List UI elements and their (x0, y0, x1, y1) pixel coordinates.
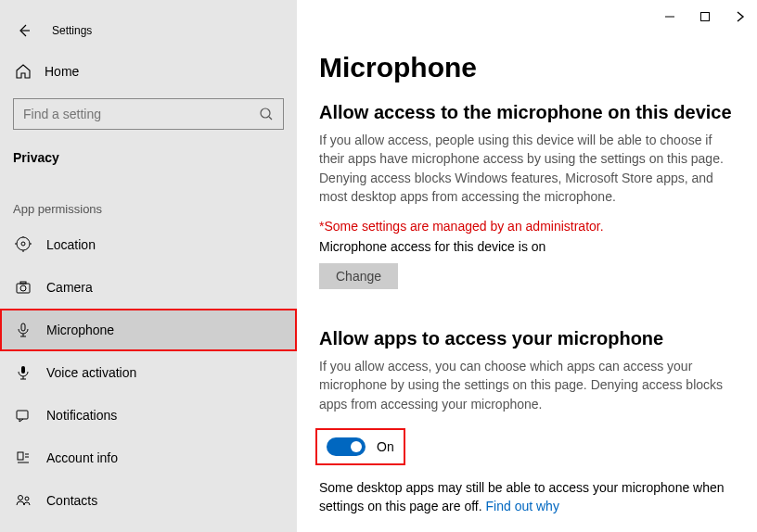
sidebar-item-label: Notifications (46, 408, 117, 423)
notifications-icon (13, 407, 33, 424)
contacts-icon (13, 492, 33, 509)
device-access-section: Allow access to the microphone on this d… (319, 102, 735, 289)
toggle-state-label: On (377, 439, 394, 454)
window-controls (661, 7, 750, 26)
microphone-icon (13, 322, 33, 338)
find-out-why-link[interactable]: Find out why (486, 499, 559, 513)
search-box[interactable] (13, 98, 284, 130)
titlebar: Settings (0, 17, 297, 44)
section-heading: Allow access to the microphone on this d… (319, 102, 735, 123)
section-description: If you allow access, you can choose whic… (319, 357, 727, 413)
section-description: If you allow access, people using this d… (319, 131, 727, 206)
search-input[interactable] (23, 107, 259, 121)
admin-note: *Some settings are managed by an adminis… (319, 219, 735, 234)
account-info-icon (13, 450, 33, 466)
home-icon (13, 63, 33, 80)
sidebar-item-contacts[interactable]: Contacts (0, 479, 297, 522)
app-access-toggle[interactable] (327, 437, 366, 456)
svg-point-3 (21, 242, 25, 246)
app-access-section: Allow apps to access your microphone If … (319, 328, 735, 515)
sidebar-nav: Location Camera Microphone Voice activat… (0, 223, 297, 522)
toggle-knob (351, 441, 362, 452)
sidebar-subheader: App permissions (0, 174, 297, 223)
sidebar-item-label: Contacts (46, 493, 97, 508)
footnote: Some desktop apps may still be able to a… (319, 478, 727, 516)
section-heading: Allow apps to access your microphone (319, 328, 735, 349)
sidebar-item-microphone[interactable]: Microphone (0, 309, 297, 351)
change-button[interactable]: Change (319, 263, 398, 289)
camera-icon (13, 279, 33, 296)
sidebar-item-voice-activation[interactable]: Voice activation (0, 351, 297, 394)
svg-point-5 (20, 285, 26, 291)
sidebar-item-label: Microphone (46, 323, 114, 337)
sidebar-item-label: Voice activation (46, 365, 136, 380)
main-content: Microphone Allow access to the microphon… (297, 0, 757, 532)
app-access-toggle-row: On (319, 432, 402, 462)
svg-rect-7 (21, 323, 25, 331)
sidebar-home[interactable]: Home (0, 52, 297, 93)
device-access-status: Microphone access for this device is on (319, 239, 735, 254)
sidebar-section-title: Privacy (0, 130, 297, 174)
sidebar-item-label: Account info (46, 450, 118, 465)
page-title: Microphone (319, 52, 735, 83)
sidebar-item-label: Camera (46, 280, 93, 295)
svg-line-2 (269, 117, 272, 120)
minimize-icon[interactable] (661, 7, 679, 26)
location-icon (13, 236, 33, 253)
home-label: Home (45, 64, 79, 79)
search-icon (259, 107, 274, 121)
svg-rect-10 (21, 366, 25, 374)
svg-rect-14 (18, 452, 23, 460)
settings-app: Settings Home Privacy App permissions Lo… (0, 0, 757, 532)
svg-point-19 (25, 497, 29, 500)
svg-point-1 (261, 108, 270, 118)
sidebar-item-notifications[interactable]: Notifications (0, 394, 297, 437)
voice-activation-icon (13, 364, 33, 381)
svg-rect-13 (17, 411, 28, 419)
maximize-icon[interactable] (696, 7, 714, 26)
svg-point-18 (19, 496, 23, 500)
sidebar-item-account-info[interactable]: Account info (0, 437, 297, 479)
svg-rect-6 (20, 282, 26, 284)
sidebar-item-label: Location (46, 237, 96, 252)
sidebar-item-location[interactable]: Location (0, 223, 297, 266)
svg-rect-21 (701, 13, 710, 21)
app-title: Settings (52, 24, 92, 37)
next-icon[interactable] (731, 7, 750, 26)
sidebar: Settings Home Privacy App permissions Lo… (0, 0, 297, 532)
sidebar-item-camera[interactable]: Camera (0, 266, 297, 309)
back-icon[interactable] (13, 19, 35, 42)
